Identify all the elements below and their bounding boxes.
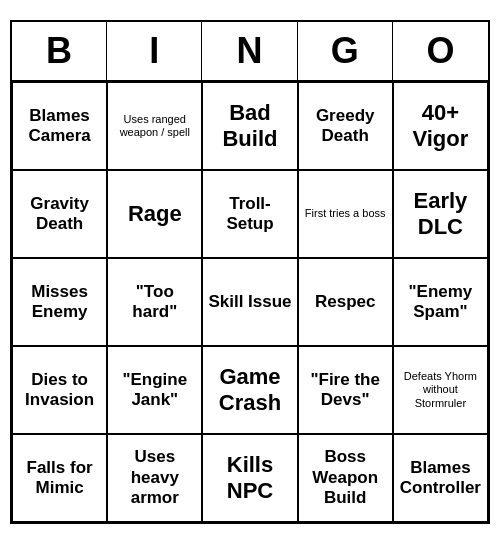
bingo-header: BINGO [12,22,488,82]
bingo-cell-1[interactable]: Uses ranged weapon / spell [107,82,202,170]
bingo-cell-19[interactable]: Defeats Yhorm without Stormruler [393,346,488,434]
bingo-letter-b: B [12,22,107,80]
bingo-cell-23[interactable]: Boss Weapon Build [298,434,393,522]
bingo-cell-0[interactable]: Blames Camera [12,82,107,170]
bingo-cell-22[interactable]: Kills NPC [202,434,297,522]
bingo-cell-3[interactable]: Greedy Death [298,82,393,170]
bingo-letter-g: G [298,22,393,80]
bingo-cell-24[interactable]: Blames Controller [393,434,488,522]
bingo-card: BINGO Blames CameraUses ranged weapon / … [10,20,490,524]
bingo-grid: Blames CameraUses ranged weapon / spellB… [12,82,488,522]
bingo-cell-6[interactable]: Rage [107,170,202,258]
bingo-cell-21[interactable]: Uses heavy armor [107,434,202,522]
bingo-cell-7[interactable]: Troll-Setup [202,170,297,258]
bingo-letter-n: N [202,22,297,80]
bingo-cell-18[interactable]: "Fire the Devs" [298,346,393,434]
bingo-cell-13[interactable]: Respec [298,258,393,346]
bingo-cell-2[interactable]: Bad Build [202,82,297,170]
bingo-cell-17[interactable]: Game Crash [202,346,297,434]
bingo-cell-9[interactable]: Early DLC [393,170,488,258]
bingo-cell-11[interactable]: "Too hard" [107,258,202,346]
bingo-cell-20[interactable]: Falls for Mimic [12,434,107,522]
bingo-cell-12[interactable]: Skill Issue [202,258,297,346]
bingo-cell-10[interactable]: Misses Enemy [12,258,107,346]
bingo-cell-14[interactable]: "Enemy Spam" [393,258,488,346]
bingo-cell-8[interactable]: First tries a boss [298,170,393,258]
bingo-letter-i: I [107,22,202,80]
bingo-cell-5[interactable]: Gravity Death [12,170,107,258]
bingo-cell-4[interactable]: 40+ Vigor [393,82,488,170]
bingo-cell-15[interactable]: Dies to Invasion [12,346,107,434]
bingo-letter-o: O [393,22,488,80]
bingo-cell-16[interactable]: "Engine Jank" [107,346,202,434]
